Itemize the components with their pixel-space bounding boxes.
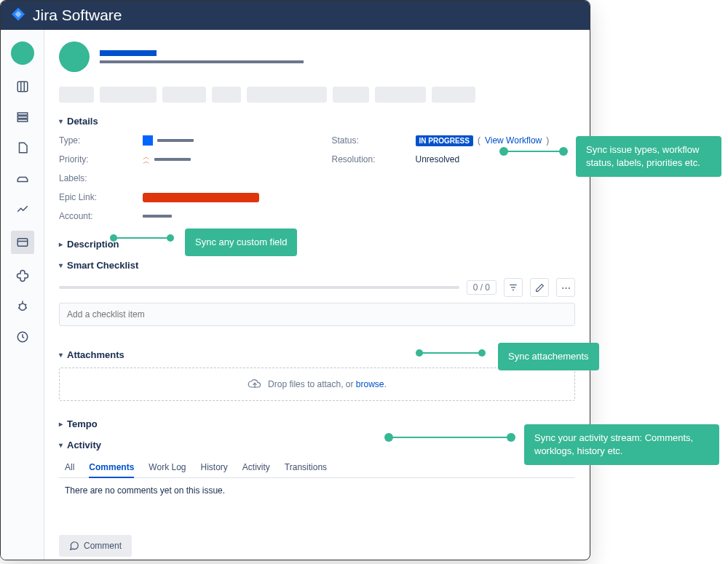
type-label: Type: xyxy=(59,135,143,146)
checklist-progress xyxy=(59,286,459,289)
type-icon xyxy=(143,135,153,146)
reports-icon[interactable] xyxy=(14,200,31,218)
attachments-header[interactable]: ▾ Attachments xyxy=(59,349,124,360)
connector xyxy=(419,352,482,354)
labels-label: Labels: xyxy=(59,173,143,183)
connector xyxy=(389,437,511,438)
activity-header[interactable]: ▾ Activity xyxy=(59,440,575,450)
activity-tabs: All Comments Work Log History Activity T… xyxy=(59,458,575,478)
chevron-right-icon: ▸ xyxy=(59,240,63,248)
connector xyxy=(114,237,170,239)
time-icon[interactable] xyxy=(14,328,31,346)
browse-link[interactable]: browse xyxy=(356,379,384,389)
tab-worklog[interactable]: Work Log xyxy=(149,458,186,477)
connector xyxy=(504,151,563,152)
type-value-placeholder xyxy=(157,139,194,142)
top-bar: Jira Software xyxy=(1,1,590,30)
epic-link-label: Epic Link: xyxy=(59,192,143,202)
toolbar-button[interactable] xyxy=(432,87,475,103)
tab-transitions[interactable]: Transitions xyxy=(285,458,327,477)
checklist-input[interactable] xyxy=(59,303,575,326)
jira-logo: Jira Software xyxy=(9,7,122,24)
callout-activity: Sync your activity stream: Comments, wor… xyxy=(524,424,719,465)
chevron-down-icon: ▾ xyxy=(59,261,63,269)
details-header[interactable]: ▾ Details xyxy=(59,116,575,127)
priority-icon: ︿︿ xyxy=(143,155,150,164)
backlog-icon[interactable] xyxy=(14,108,31,126)
priority-value-placeholder xyxy=(154,158,191,161)
project-avatar[interactable] xyxy=(11,41,34,65)
toolbar-button[interactable] xyxy=(162,87,206,103)
cloud-upload-icon xyxy=(248,378,262,390)
edit-button[interactable] xyxy=(530,278,549,297)
svg-rect-3 xyxy=(17,113,28,115)
chevron-down-icon: ▾ xyxy=(59,441,63,449)
description-section: ▸ Description xyxy=(59,239,575,250)
epic-link-badge[interactable] xyxy=(143,193,259,202)
tab-all[interactable]: All xyxy=(65,458,74,477)
chevron-right-icon: ▸ xyxy=(59,420,63,428)
tempo-section: ▸ Tempo xyxy=(59,418,575,429)
tab-comments[interactable]: Comments xyxy=(89,458,134,478)
main-area: ▾ Details Type: Priority:︿︿ Labels: Epic… xyxy=(1,30,590,560)
status-label: Status: xyxy=(332,135,416,146)
svg-rect-6 xyxy=(17,239,28,247)
action-toolbar xyxy=(59,87,575,103)
account-value-placeholder xyxy=(143,215,172,218)
smart-checklist-section: ▾ Smart Checklist 0 / 0 ⋯ xyxy=(59,260,575,326)
details-section: ▾ Details Type: Priority:︿︿ Labels: Epic… xyxy=(59,116,575,229)
toolbar-button[interactable] xyxy=(212,87,241,103)
more-button[interactable]: ⋯ xyxy=(556,278,575,297)
comment-button[interactable]: Comment xyxy=(59,535,132,557)
activity-section: ▾ Activity All Comments Work Log History… xyxy=(59,440,575,496)
app-name: Jira Software xyxy=(33,7,122,24)
attachment-dropzone[interactable]: Drop files to attach, or browse. xyxy=(59,368,575,401)
releases-icon[interactable] xyxy=(14,170,31,187)
toolbar-button[interactable] xyxy=(100,87,157,103)
jira-logo-icon xyxy=(9,7,27,24)
svg-rect-4 xyxy=(17,116,28,119)
jira-window: Jira Software xyxy=(0,0,590,560)
issue-header xyxy=(59,41,575,72)
title-placeholder xyxy=(100,60,304,63)
toolbar-button[interactable] xyxy=(247,87,327,103)
comment-icon xyxy=(69,541,79,551)
resolution-label: Resolution: xyxy=(332,154,416,164)
priority-label: Priority: xyxy=(59,154,143,164)
chevron-down-icon: ▾ xyxy=(59,351,63,359)
svg-rect-0 xyxy=(17,82,28,92)
addons-icon[interactable] xyxy=(14,267,31,285)
resolution-value: Unresolved xyxy=(416,154,460,164)
smart-checklist-header[interactable]: ▾ Smart Checklist xyxy=(59,260,575,271)
svg-rect-5 xyxy=(17,119,28,122)
issue-content: ▾ Details Type: Priority:︿︿ Labels: Epic… xyxy=(44,30,590,560)
toolbar-button[interactable] xyxy=(333,87,369,103)
sidebar xyxy=(1,30,44,560)
empty-comments-msg: There are no comments yet on this issue. xyxy=(59,478,575,496)
callout-details: Sync issue types, workflow status, label… xyxy=(576,136,721,177)
status-badge[interactable]: IN PROGRESS xyxy=(416,135,473,146)
toolbar-button[interactable] xyxy=(59,87,94,103)
callout-custom-field: Sync any custom field xyxy=(185,229,297,256)
description-header[interactable]: ▸ Description xyxy=(59,239,575,250)
breadcrumb-placeholder xyxy=(100,50,157,56)
toolbar-button[interactable] xyxy=(375,87,426,103)
callout-attachments: Sync attachements xyxy=(498,343,599,370)
pages-icon[interactable] xyxy=(14,139,31,156)
dropzone-text: Drop files to attach, or xyxy=(268,379,356,389)
account-label: Account: xyxy=(59,211,143,221)
tempo-header[interactable]: ▸ Tempo xyxy=(59,418,575,429)
chevron-down-icon: ▾ xyxy=(59,117,63,125)
tab-activity[interactable]: Activity xyxy=(242,458,270,477)
issue-avatar xyxy=(59,41,90,72)
issues-icon[interactable] xyxy=(11,231,34,254)
checklist-count: 0 / 0 xyxy=(467,280,496,295)
view-workflow-link[interactable]: View Workflow xyxy=(485,135,542,146)
tab-history[interactable]: History xyxy=(201,458,228,477)
bug-icon[interactable] xyxy=(14,298,31,315)
filter-button[interactable] xyxy=(504,278,523,297)
board-icon[interactable] xyxy=(14,78,31,95)
